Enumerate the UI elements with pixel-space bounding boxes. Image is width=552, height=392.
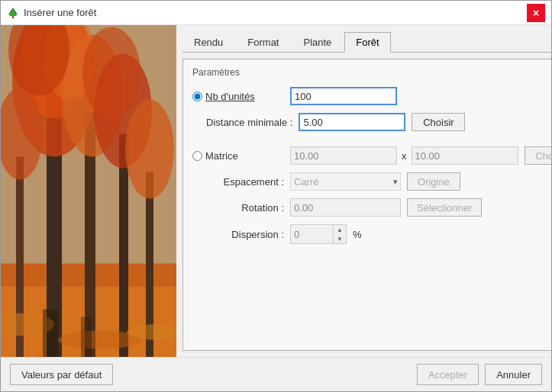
- nb-unites-row: Nb d'unités: [192, 87, 551, 105]
- svg-point-19: [82, 27, 140, 119]
- choisir2-button[interactable]: Choisir: [525, 146, 552, 165]
- dispersion-up-button[interactable]: ▲: [334, 225, 346, 234]
- espacement-select-wrapper: Carré Hexagonal: [290, 172, 401, 191]
- matrice-text: Matrice: [205, 150, 238, 162]
- tabs: Rendu Format Plante Forêt: [182, 31, 551, 53]
- tab-plante[interactable]: Plante: [292, 32, 343, 53]
- svg-rect-24: [81, 317, 92, 358]
- distance-label: Distance minimale :: [206, 117, 292, 128]
- cancel-button[interactable]: Annuler: [485, 364, 542, 385]
- dialog-title: Insérer une forêt: [24, 7, 96, 18]
- close-button[interactable]: ×: [527, 4, 545, 22]
- matrix-inputs: x: [290, 146, 518, 165]
- content-area: Rendu Format Plante Forêt Paramètres Nb …: [1, 25, 551, 357]
- rotation-label: Rotation :: [192, 202, 284, 214]
- dispersion-row: Dispersion : ▲ ▼ %: [192, 224, 551, 244]
- matrice-y-input[interactable]: [412, 146, 518, 165]
- distance-input[interactable]: [299, 113, 405, 131]
- espacement-row: Espacement : Carré Hexagonal Origine: [192, 172, 551, 191]
- dispersion-input-wrap: ▲ ▼: [290, 224, 347, 244]
- svg-rect-2: [12, 16, 14, 18]
- forest-icon: [7, 7, 19, 19]
- dispersion-spinners: ▲ ▼: [333, 225, 346, 243]
- dialog: Insérer une forêt ×: [0, 0, 552, 392]
- right-panel: Rendu Format Plante Forêt Paramètres Nb …: [176, 25, 551, 357]
- distance-row: Distance minimale : Choisir: [206, 113, 551, 131]
- percent-label: %: [353, 229, 362, 240]
- matrice-radio[interactable]: [192, 151, 202, 161]
- matrice-label[interactable]: Matrice: [192, 150, 284, 162]
- params-box: Paramètres Nb d'unités Distance minimale…: [182, 59, 551, 351]
- espacement-select[interactable]: Carré Hexagonal: [290, 172, 401, 191]
- nb-unites-radio[interactable]: [192, 92, 202, 101]
- origine-button[interactable]: Origine: [407, 172, 460, 191]
- dispersion-down-button[interactable]: ▼: [334, 234, 346, 243]
- nb-unites-input[interactable]: [290, 87, 397, 105]
- bottom-left: Valeurs par défaut: [10, 364, 113, 385]
- dispersion-label: Dispersion :: [192, 229, 284, 240]
- rotation-row: Rotation : Sélectionner: [192, 198, 551, 217]
- dispersion-input[interactable]: [291, 225, 333, 243]
- forest-image: [1, 25, 176, 357]
- bottom-bar: Valeurs par défaut Accepter Annuler: [1, 357, 551, 391]
- matrice-x-input[interactable]: [290, 146, 397, 165]
- tab-rendu[interactable]: Rendu: [182, 32, 234, 53]
- title-bar: Insérer une forêt ×: [1, 1, 551, 25]
- svg-point-16: [125, 100, 174, 199]
- rotation-input[interactable]: [290, 198, 401, 217]
- defaults-button[interactable]: Valeurs par défaut: [10, 364, 113, 385]
- nb-unites-text: Nb d'unités: [205, 91, 255, 102]
- tab-format[interactable]: Format: [236, 32, 290, 53]
- accept-button[interactable]: Accepter: [417, 364, 479, 385]
- matrice-row: Matrice x Choisir: [192, 146, 551, 165]
- choisir1-button[interactable]: Choisir: [412, 113, 465, 131]
- bottom-right: Accepter Annuler: [417, 364, 542, 385]
- x-separator: x: [402, 150, 407, 162]
- tab-foret[interactable]: Forêt: [344, 32, 390, 53]
- espacement-label: Espacement :: [192, 176, 284, 188]
- nb-unites-label[interactable]: Nb d'unités: [192, 91, 284, 102]
- svg-rect-23: [43, 310, 58, 358]
- selectionner-button[interactable]: Sélectionner: [407, 198, 482, 217]
- image-panel: [1, 25, 176, 357]
- params-title: Paramètres: [192, 67, 551, 78]
